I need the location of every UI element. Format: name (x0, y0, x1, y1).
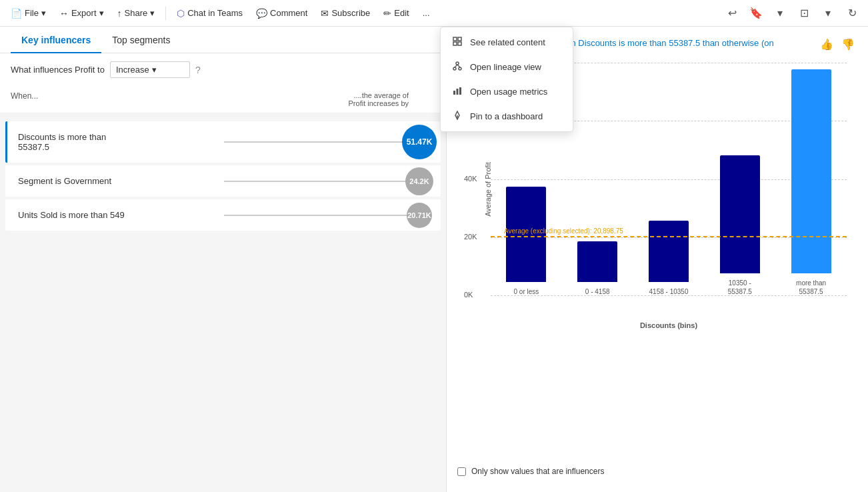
grid-label: 20K (464, 233, 477, 241)
bar-label: 10350 - 55387.5 (728, 279, 752, 296)
chat-in-teams-button[interactable]: ⬡ Chat in Teams (171, 5, 248, 21)
comment-button[interactable]: 💬 Comment (251, 5, 313, 21)
bar-group[interactable]: 10350 - 55387.5 (704, 155, 775, 296)
bar-label: 4158 - 10350 (649, 287, 689, 296)
average-label: Average (excluding selected): 20,898.75 (504, 227, 623, 235)
share-icon: ↑ (117, 8, 122, 19)
menu-item-open-lineage-view[interactable]: Open lineage view (441, 55, 573, 79)
checkbox-label: Only show values that are influencers (471, 467, 604, 476)
svg-rect-11 (459, 87, 461, 95)
bar-group[interactable]: more than 55387.5 (775, 69, 847, 296)
bar-label: 0 - 4158 (585, 287, 610, 296)
influencer-label: Segment is Government (18, 176, 213, 186)
bar-label: 0 or less (514, 287, 539, 296)
influencer-bubble: 51.47K (402, 125, 437, 159)
col-avg-header: ....the average of Profit increases by (337, 91, 435, 107)
share-menu[interactable]: ↑ Share ▾ (112, 5, 161, 21)
export-icon: ↔ (59, 8, 69, 19)
file-label: File (25, 8, 39, 18)
bookmark-button[interactable]: 🔖 (745, 3, 767, 24)
bar (791, 69, 831, 273)
file-menu[interactable]: 📄 File ▾ (5, 5, 51, 21)
comment-label: Comment (270, 8, 307, 18)
menu-item-pin-to-a-dashboard[interactable]: Pin to a dashboard (441, 104, 573, 129)
grid-label: 40K (464, 175, 477, 183)
svg-rect-2 (453, 42, 457, 45)
menu-item-icon (451, 37, 463, 48)
separator-1 (165, 7, 166, 20)
influencer-bubble: 20.71K (407, 203, 432, 228)
svg-rect-9 (453, 91, 455, 95)
chat-teams-label: Chat in Teams (187, 8, 243, 18)
share-chevron: ▾ (150, 8, 155, 18)
menu-item-label: Open lineage view (470, 62, 541, 72)
svg-rect-0 (453, 37, 457, 41)
col-when-header: When... (11, 91, 337, 107)
influencer-bubble: 24.2K (405, 167, 433, 195)
left-panel: Key influencers Top segments What influe… (0, 27, 447, 492)
filter-label: What influences Profit to (11, 65, 105, 75)
tab-top-segments[interactable]: Top segments (101, 27, 181, 53)
fullscreen-chevron[interactable]: ▾ (817, 3, 839, 24)
menu-item-icon (451, 86, 463, 97)
more-options-button[interactable]: ... (417, 5, 435, 21)
share-label: Share (125, 8, 148, 18)
svg-rect-10 (457, 89, 459, 95)
teams-icon: ⬡ (177, 8, 185, 19)
influencer-line (224, 181, 419, 182)
refresh-button[interactable]: ↻ (841, 3, 863, 24)
thumbs-down-button[interactable]: 👎 (839, 35, 857, 53)
svg-point-6 (459, 67, 461, 70)
menu-item-icon (451, 111, 463, 122)
file-icon: 📄 (11, 8, 22, 19)
bookmark-chevron[interactable]: ▾ (769, 3, 791, 24)
bar (720, 155, 760, 273)
influencers-checkbox[interactable] (457, 467, 466, 476)
edit-button[interactable]: ✏ Edit (378, 5, 414, 21)
bar-group[interactable]: 4158 - 10350 (633, 221, 705, 296)
comment-icon: 💬 (256, 8, 267, 19)
influencer-row[interactable]: Units Sold is more than 54920.71K (5, 199, 441, 231)
main-area: Key influencers Top segments What influe… (0, 27, 868, 492)
help-icon[interactable]: ? (195, 65, 201, 75)
bar-group[interactable]: 0 or less (491, 187, 562, 296)
svg-point-5 (453, 67, 456, 70)
like-buttons: 👍 👎 (817, 35, 857, 53)
checkbox-row: Only show values that are influencers (457, 461, 857, 481)
more-icon: ... (423, 8, 430, 18)
menu-item-label: See related content (470, 37, 545, 47)
bar (649, 221, 689, 282)
svg-rect-3 (458, 42, 461, 45)
bar-label: more than 55387.5 (796, 279, 826, 296)
filter-dropdown[interactable]: Increase ▾ (110, 61, 190, 78)
menu-item-icon (451, 61, 463, 73)
svg-point-4 (456, 62, 459, 65)
export-chevron: ▾ (99, 8, 104, 18)
export-menu[interactable]: ↔ Export ▾ (54, 5, 109, 21)
toolbar: 📄 File ▾ ↔ Export ▾ ↑ Share ▾ ⬡ Chat in … (0, 0, 868, 27)
toolbar-right: ↩ 🔖 ▾ ⊡ ▾ ↻ (721, 3, 863, 24)
svg-line-8 (457, 65, 460, 67)
bar (577, 241, 617, 282)
undo-button[interactable]: ↩ (721, 3, 743, 24)
influencer-row[interactable]: Segment is Government24.2K (5, 165, 441, 197)
influencer-row[interactable]: Discounts is more than 55387.551.47K (5, 121, 441, 163)
thumbs-up-button[interactable]: 👍 (817, 35, 836, 53)
svg-rect-1 (458, 37, 461, 41)
dropdown-menu: See related contentOpen lineage viewOpen… (440, 27, 573, 132)
x-axis-label: Discounts (bins) (491, 321, 847, 329)
filter-value: Increase (116, 65, 149, 75)
tab-key-influencers[interactable]: Key influencers (11, 27, 101, 53)
file-chevron: ▾ (41, 8, 46, 18)
edit-icon: ✏ (383, 8, 391, 19)
filter-chevron: ▾ (152, 65, 157, 75)
influencer-label: Units Sold is more than 549 (18, 210, 213, 220)
subscribe-button[interactable]: ✉ Subscribe (315, 5, 375, 21)
menu-item-open-usage-metrics[interactable]: Open usage metrics (441, 79, 573, 104)
fullscreen-button[interactable]: ⊡ (793, 3, 815, 24)
influencer-list: Discounts is more than 55387.551.47KSegm… (0, 113, 446, 492)
influencer-line (224, 215, 419, 216)
subscribe-icon: ✉ (321, 8, 329, 19)
menu-item-see-related-content[interactable]: See related content (441, 30, 573, 55)
bar-group[interactable]: 0 - 4158 (562, 241, 633, 296)
